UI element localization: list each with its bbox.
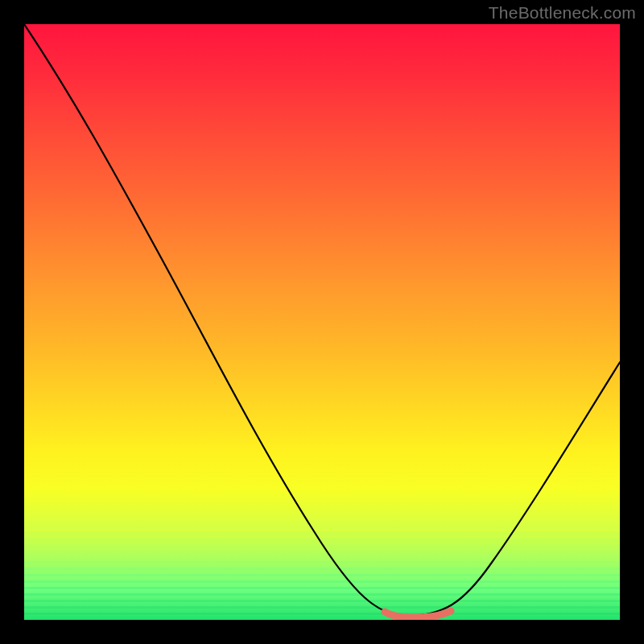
optimal-range-marker (385, 611, 451, 617)
watermark-text: TheBottleneck.com (489, 3, 636, 23)
plot-area (24, 24, 620, 620)
chart-frame: TheBottleneck.com (0, 0, 644, 644)
curve-svg (24, 24, 620, 620)
bottleneck-curve (24, 24, 620, 616)
